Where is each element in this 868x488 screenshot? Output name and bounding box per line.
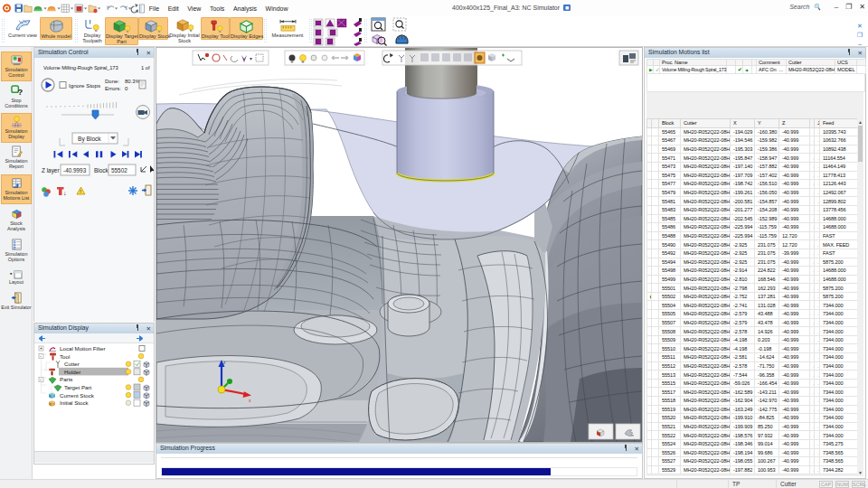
svg-text:Holder: Holder [64, 369, 80, 375]
svg-text:↓: ↓ [63, 190, 67, 196]
svg-text:Done:: Done: [105, 79, 119, 84]
svg-text:Volume Milling-Rough Spiral_17: Volume Milling-Rough Spiral_173 [43, 65, 118, 70]
svg-text:By Block: By Block [78, 136, 101, 143]
svg-text:▾: ▾ [250, 56, 252, 61]
svg-text:1 of: 1 of [141, 65, 150, 70]
svg-text:Errors:: Errors: [105, 86, 121, 91]
svg-text:Cutter: Cutter [64, 361, 80, 367]
svg-text:+: + [40, 345, 42, 351]
svg-text:55502: 55502 [111, 167, 127, 174]
svg-text:Initial Stock: Initial Stock [60, 399, 90, 406]
svg-text:Tool: Tool [60, 353, 70, 360]
svg-text:Ignore Stops: Ignore Stops [69, 82, 100, 89]
svg-text:Parts: Parts [60, 376, 72, 382]
svg-text:Local Motion Filter: Local Motion Filter [60, 345, 106, 352]
svg-text:?: ? [17, 88, 23, 97]
svg-text:Z layer: Z layer [42, 167, 60, 174]
svg-text:Current Stock: Current Stock [60, 392, 95, 399]
svg-text:0: 0 [125, 86, 128, 91]
svg-text:Target Part: Target Part [64, 384, 92, 390]
svg-text:80.3%: 80.3% [125, 79, 141, 84]
svg-text:-40.9993: -40.9993 [63, 167, 87, 174]
svg-text:Block: Block [94, 167, 108, 174]
